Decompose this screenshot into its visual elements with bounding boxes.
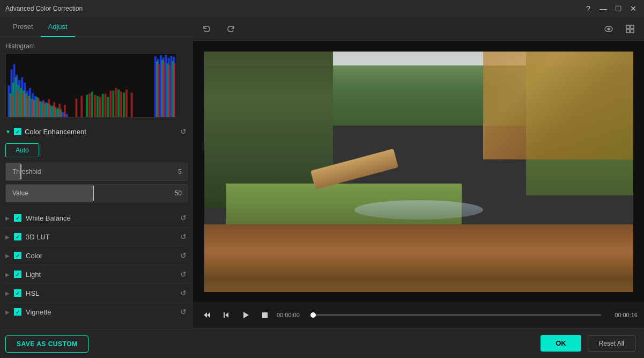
white-balance-reset[interactable]: ↺ bbox=[179, 213, 188, 223]
color-enhancement-header: ▼ ✓ Color Enhancement ↺ bbox=[5, 122, 188, 141]
hsl-reset[interactable]: ↺ bbox=[179, 288, 188, 298]
value-slider[interactable]: Value 50 bbox=[5, 184, 188, 202]
color-expand[interactable]: ▶ bbox=[5, 253, 10, 259]
rewind-button[interactable] bbox=[199, 308, 214, 323]
tab-preset[interactable]: Preset bbox=[5, 17, 41, 37]
left-bottom-bar: SAVE AS CUSTOM bbox=[0, 330, 193, 358]
3d-lut-checkbox[interactable]: ✓ bbox=[14, 233, 21, 240]
left-panel: Preset Adjust Histogram bbox=[0, 17, 193, 358]
time-total: 00:00:16 bbox=[605, 312, 638, 318]
svg-rect-77 bbox=[94, 95, 96, 117]
video-area bbox=[193, 41, 644, 302]
help-button[interactable]: ? bbox=[583, 3, 594, 14]
svg-rect-52 bbox=[91, 92, 93, 117]
progress-bar[interactable] bbox=[313, 314, 601, 316]
svg-rect-57 bbox=[117, 90, 120, 117]
svg-rect-67 bbox=[32, 100, 34, 117]
3d-lut-expand[interactable]: ▶ bbox=[5, 234, 10, 240]
section-item-light[interactable]: ▶ ✓ Light ↺ bbox=[5, 265, 188, 284]
svg-rect-69 bbox=[43, 101, 45, 118]
tab-adjust[interactable]: Adjust bbox=[41, 17, 75, 37]
svg-rect-55 bbox=[107, 97, 109, 117]
svg-rect-100 bbox=[262, 312, 268, 318]
color-enhancement-checkbox[interactable]: ✓ bbox=[14, 128, 21, 135]
white-balance-expand[interactable]: ▶ bbox=[5, 215, 10, 221]
svg-marker-95 bbox=[207, 312, 210, 318]
maximize-button[interactable]: ☐ bbox=[613, 3, 624, 14]
section-item-3d-lut[interactable]: ▶ ✓ 3D LUT ↺ bbox=[5, 228, 188, 246]
svg-rect-76 bbox=[88, 93, 91, 117]
svg-rect-81 bbox=[115, 88, 117, 117]
color-checkbox[interactable]: ✓ bbox=[14, 252, 21, 259]
vignette-checkbox[interactable]: ✓ bbox=[14, 308, 21, 316]
svg-rect-58 bbox=[123, 93, 125, 117]
scene-reflection bbox=[354, 200, 483, 220]
light-checkbox[interactable]: ✓ bbox=[14, 271, 21, 278]
hsl-expand[interactable]: ▶ bbox=[5, 290, 10, 296]
sections-list: ▶ ✓ White Balance ↺ ▶ ✓ 3D LUT ↺ ▶ ✓ Col bbox=[0, 206, 193, 324]
svg-rect-92 bbox=[631, 25, 634, 28]
minimize-button[interactable]: — bbox=[598, 3, 609, 14]
scene-foreground bbox=[204, 224, 633, 291]
section-item-vignette[interactable]: ▶ ✓ Vignette ↺ bbox=[5, 303, 188, 321]
play-button[interactable] bbox=[238, 308, 253, 323]
reset-all-button[interactable]: Reset All bbox=[588, 335, 635, 352]
redo-button[interactable] bbox=[223, 21, 238, 36]
titlebar: Advanced Color Correction ? — ☐ ✕ bbox=[0, 0, 644, 17]
color-enhancement-expand[interactable]: ▼ bbox=[5, 129, 11, 135]
white-balance-checkbox[interactable]: ✓ bbox=[14, 214, 21, 222]
light-expand[interactable]: ▶ bbox=[5, 272, 10, 277]
threshold-slider[interactable]: Threshold 5 bbox=[5, 163, 188, 181]
progress-thumb bbox=[310, 312, 316, 318]
svg-rect-51 bbox=[86, 95, 88, 117]
tabs-bar: Preset Adjust bbox=[0, 17, 193, 37]
auto-button[interactable]: Auto bbox=[5, 143, 39, 157]
section-item-hsl-left: ▶ ✓ HSL bbox=[5, 289, 39, 297]
svg-rect-66 bbox=[27, 97, 29, 117]
preview-button[interactable] bbox=[601, 21, 616, 36]
svg-rect-82 bbox=[120, 92, 122, 117]
histogram-chart bbox=[5, 53, 177, 118]
vignette-label: Vignette bbox=[26, 308, 51, 316]
undo-button[interactable] bbox=[199, 21, 214, 36]
section-item-white-balance[interactable]: ▶ ✓ White Balance ↺ bbox=[5, 209, 188, 228]
color-reset[interactable]: ↺ bbox=[179, 250, 188, 261]
section-item-vignette-left: ▶ ✓ Vignette bbox=[5, 308, 51, 316]
toolbar-left bbox=[199, 21, 238, 36]
svg-rect-83 bbox=[125, 90, 128, 117]
svg-rect-74 bbox=[76, 99, 78, 117]
save-as-custom-button[interactable]: SAVE AS CUSTOM bbox=[5, 335, 88, 353]
main-layout: Preset Adjust Histogram bbox=[0, 17, 644, 358]
svg-rect-68 bbox=[38, 98, 40, 117]
layout-button[interactable] bbox=[623, 21, 638, 36]
light-reset[interactable]: ↺ bbox=[179, 269, 188, 280]
svg-rect-98 bbox=[224, 312, 225, 318]
ok-button[interactable]: OK bbox=[541, 335, 581, 352]
svg-rect-65 bbox=[21, 93, 24, 117]
vignette-expand[interactable]: ▶ bbox=[5, 309, 10, 315]
section-item-color[interactable]: ▶ ✓ Color ↺ bbox=[5, 246, 188, 265]
histogram-label: Histogram bbox=[5, 42, 188, 50]
vignette-reset[interactable]: ↺ bbox=[179, 306, 188, 317]
svg-rect-63 bbox=[11, 96, 13, 117]
3d-lut-reset[interactable]: ↺ bbox=[179, 231, 188, 242]
svg-rect-88 bbox=[173, 63, 175, 117]
hsl-checkbox[interactable]: ✓ bbox=[14, 289, 21, 297]
light-label: Light bbox=[26, 271, 41, 279]
svg-rect-85 bbox=[158, 64, 160, 117]
video-preview bbox=[204, 52, 633, 292]
toolbar-right bbox=[601, 21, 638, 36]
scene-autumn bbox=[483, 52, 633, 160]
close-button[interactable]: ✕ bbox=[628, 3, 639, 14]
playback-bar: 00:00:00 00:00:16 bbox=[193, 302, 644, 328]
svg-rect-73 bbox=[64, 105, 66, 117]
section-item-hsl[interactable]: ▶ ✓ HSL ↺ bbox=[5, 284, 188, 303]
toolbar bbox=[193, 17, 644, 41]
svg-rect-79 bbox=[105, 94, 107, 117]
color-enhancement-reset[interactable]: ↺ bbox=[179, 126, 188, 137]
stop-button[interactable] bbox=[257, 308, 272, 323]
svg-rect-80 bbox=[109, 91, 112, 117]
color-enhancement-section: ▼ ✓ Color Enhancement ↺ Auto Threshold 5 bbox=[0, 122, 193, 206]
svg-rect-56 bbox=[112, 91, 114, 117]
step-back-button[interactable] bbox=[219, 308, 234, 323]
